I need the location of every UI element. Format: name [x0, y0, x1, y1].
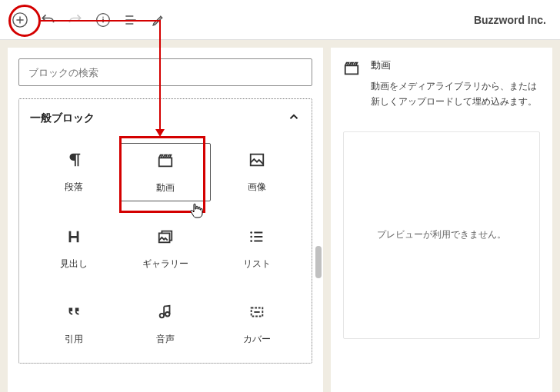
undo-button[interactable]: [34, 6, 62, 34]
heading-icon: [65, 228, 83, 246]
brand-label: Buzzword Inc.: [474, 14, 546, 26]
info-title: 動画: [371, 58, 540, 72]
block-quote[interactable]: 引用: [28, 295, 120, 352]
block-label: 音声: [156, 333, 175, 346]
svg-point-8: [165, 312, 170, 317]
block-label: リスト: [243, 257, 271, 271]
block-heading[interactable]: 見出し: [28, 220, 120, 277]
block-cover[interactable]: カバー: [211, 295, 302, 352]
chevron-up-icon: [287, 110, 301, 126]
block-label: ギャラリー: [142, 257, 188, 271]
toolbar: Buzzword Inc.: [0, 0, 560, 40]
main-area: 一般ブロック 段落 動画: [0, 40, 560, 392]
block-inserter-panel: 一般ブロック 段落 動画: [8, 48, 323, 392]
video-icon: [156, 151, 175, 170]
search-input[interactable]: [18, 58, 312, 86]
quote-icon: [65, 303, 83, 321]
block-image[interactable]: 画像: [211, 143, 302, 201]
audio-icon: [156, 303, 175, 321]
info-header: 動画 動画をメディアライブラリから、または新しくアップロードして埋め込みます。: [343, 58, 540, 110]
paragraph-icon: [65, 151, 83, 169]
list-icon: [248, 228, 266, 246]
block-label: 引用: [65, 333, 83, 346]
info-description: 動画をメディアライブラリから、または新しくアップロードして埋め込みます。: [371, 78, 540, 110]
scrollbar-thumb[interactable]: [315, 246, 322, 278]
block-video[interactable]: 動画: [120, 143, 212, 201]
block-label: 見出し: [60, 257, 88, 271]
block-label: 段落: [65, 181, 83, 194]
video-icon: [343, 60, 360, 80]
block-info-panel: 動画 動画をメディアライブラリから、または新しくアップロードして埋め込みます。 …: [331, 48, 552, 392]
outline-button[interactable]: [117, 6, 145, 34]
block-label: 動画: [156, 181, 175, 194]
svg-point-6: [250, 240, 252, 242]
category-title: 一般ブロック: [30, 111, 95, 125]
category-toggle[interactable]: 一般ブロック: [19, 99, 312, 137]
cover-icon: [248, 303, 266, 321]
svg-point-7: [160, 314, 165, 318]
image-icon: [248, 151, 266, 169]
block-audio[interactable]: 音声: [120, 295, 212, 352]
gallery-icon: [156, 228, 175, 246]
edit-button[interactable]: [145, 6, 172, 34]
block-list[interactable]: リスト: [211, 220, 302, 277]
preview-box: プレビューが利用できません。: [343, 131, 540, 339]
redo-button[interactable]: [62, 6, 89, 34]
info-button[interactable]: [89, 6, 117, 34]
blocks-grid: 段落 動画 画像: [19, 137, 312, 363]
svg-point-4: [250, 231, 252, 234]
block-category: 一般ブロック 段落 動画: [18, 98, 312, 364]
block-paragraph[interactable]: 段落: [28, 143, 120, 201]
block-label: カバー: [243, 333, 271, 346]
svg-point-5: [250, 236, 252, 238]
add-block-button[interactable]: [6, 6, 34, 34]
block-gallery[interactable]: ギャラリー: [120, 220, 212, 277]
preview-message: プレビューが利用できません。: [377, 228, 506, 241]
block-label: 画像: [248, 181, 266, 194]
